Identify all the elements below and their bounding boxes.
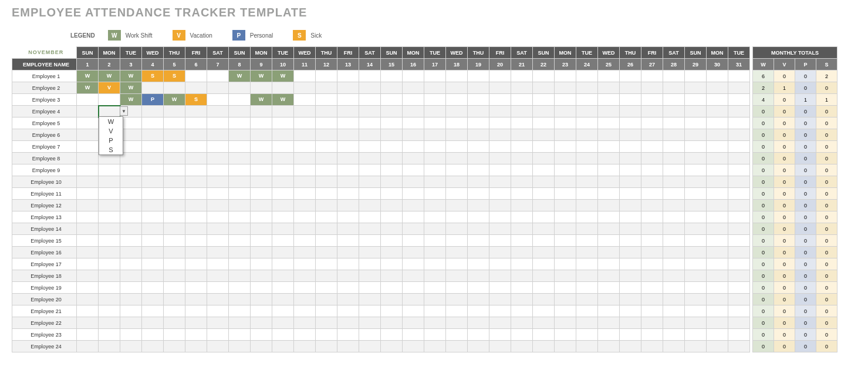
attendance-cell[interactable]	[489, 282, 511, 294]
attendance-cell[interactable]	[489, 176, 511, 188]
attendance-grid[interactable]: NOVEMBERSUNMONTUEWEDTHUFRISATSUNMONTUEWE…	[12, 46, 750, 352]
attendance-cell[interactable]	[164, 247, 185, 258]
attendance-cell[interactable]: W	[120, 70, 142, 82]
attendance-cell[interactable]	[403, 94, 424, 106]
attendance-cell[interactable]	[381, 176, 403, 188]
attendance-cell[interactable]	[337, 317, 359, 329]
attendance-cell[interactable]	[294, 70, 316, 82]
attendance-cell[interactable]	[381, 200, 403, 211]
attendance-cell[interactable]: ▼WVPS	[99, 106, 120, 117]
employee-name-cell[interactable]: Employee 5	[12, 117, 77, 129]
attendance-cell[interactable]	[142, 235, 164, 247]
attendance-cell[interactable]	[598, 329, 620, 341]
attendance-cell[interactable]	[359, 247, 381, 258]
attendance-cell[interactable]	[185, 329, 207, 341]
attendance-cell[interactable]	[77, 282, 99, 294]
attendance-cell[interactable]	[598, 317, 620, 329]
attendance-cell[interactable]	[598, 188, 620, 200]
attendance-cell[interactable]	[663, 188, 685, 200]
employee-name-cell[interactable]: Employee 4	[12, 106, 77, 117]
attendance-cell[interactable]	[707, 141, 728, 153]
attendance-cell[interactable]	[620, 94, 641, 106]
attendance-cell[interactable]	[707, 247, 728, 258]
attendance-cell[interactable]	[251, 188, 272, 200]
attendance-cell[interactable]	[185, 129, 207, 141]
attendance-cell[interactable]	[272, 282, 294, 294]
attendance-cell[interactable]	[359, 270, 381, 282]
attendance-cell[interactable]	[468, 270, 489, 282]
attendance-cell[interactable]	[359, 176, 381, 188]
attendance-cell[interactable]	[229, 211, 251, 223]
attendance-cell[interactable]	[359, 141, 381, 153]
attendance-cell[interactable]	[489, 200, 511, 211]
attendance-cell[interactable]	[576, 70, 598, 82]
attendance-cell[interactable]	[251, 117, 272, 129]
attendance-cell[interactable]	[446, 141, 468, 153]
attendance-cell[interactable]	[359, 129, 381, 141]
attendance-cell[interactable]	[316, 164, 337, 176]
attendance-cell[interactable]	[294, 341, 316, 352]
attendance-cell[interactable]	[424, 117, 446, 129]
attendance-cell[interactable]	[381, 294, 403, 305]
attendance-cell[interactable]	[555, 153, 576, 164]
attendance-cell[interactable]	[533, 258, 555, 270]
attendance-cell[interactable]	[489, 106, 511, 117]
attendance-cell[interactable]	[424, 94, 446, 106]
attendance-cell[interactable]	[337, 188, 359, 200]
attendance-cell[interactable]	[424, 317, 446, 329]
attendance-cell[interactable]	[164, 153, 185, 164]
attendance-cell[interactable]	[576, 305, 598, 317]
attendance-cell[interactable]	[555, 294, 576, 305]
attendance-cell[interactable]	[403, 317, 424, 329]
attendance-cell[interactable]	[337, 164, 359, 176]
attendance-cell[interactable]	[229, 94, 251, 106]
attendance-cell[interactable]	[99, 282, 120, 294]
attendance-cell[interactable]	[142, 117, 164, 129]
attendance-cell[interactable]	[598, 164, 620, 176]
attendance-cell[interactable]	[251, 82, 272, 94]
attendance-cell[interactable]	[316, 153, 337, 164]
attendance-cell[interactable]	[77, 117, 99, 129]
attendance-cell[interactable]	[337, 270, 359, 282]
attendance-cell[interactable]	[620, 117, 641, 129]
attendance-cell[interactable]	[142, 305, 164, 317]
attendance-cell[interactable]	[77, 129, 99, 141]
attendance-cell[interactable]	[663, 141, 685, 153]
attendance-cell[interactable]	[489, 270, 511, 282]
attendance-cell[interactable]	[229, 129, 251, 141]
attendance-cell[interactable]	[576, 211, 598, 223]
attendance-cell[interactable]	[164, 106, 185, 117]
attendance-cell[interactable]	[381, 117, 403, 129]
attendance-cell[interactable]: W	[99, 70, 120, 82]
attendance-cell[interactable]	[511, 94, 533, 106]
attendance-cell[interactable]	[272, 305, 294, 317]
attendance-cell[interactable]	[337, 176, 359, 188]
attendance-cell[interactable]	[142, 153, 164, 164]
attendance-cell[interactable]	[555, 141, 576, 153]
attendance-cell[interactable]	[576, 223, 598, 235]
attendance-cell[interactable]	[446, 164, 468, 176]
attendance-cell[interactable]	[316, 106, 337, 117]
attendance-cell[interactable]	[316, 305, 337, 317]
attendance-cell[interactable]	[77, 329, 99, 341]
attendance-cell[interactable]: S	[164, 70, 185, 82]
attendance-cell[interactable]	[707, 329, 728, 341]
attendance-cell[interactable]	[381, 153, 403, 164]
attendance-cell[interactable]	[728, 258, 750, 270]
attendance-cell[interactable]	[446, 70, 468, 82]
attendance-cell[interactable]	[489, 258, 511, 270]
attendance-cell[interactable]	[403, 294, 424, 305]
attendance-cell[interactable]	[337, 235, 359, 247]
employee-name-cell[interactable]: Employee 8	[12, 153, 77, 164]
attendance-cell[interactable]	[164, 211, 185, 223]
attendance-cell[interactable]	[381, 329, 403, 341]
attendance-cell[interactable]	[555, 82, 576, 94]
attendance-cell[interactable]	[381, 82, 403, 94]
attendance-cell[interactable]	[359, 329, 381, 341]
attendance-cell[interactable]	[316, 294, 337, 305]
attendance-cell[interactable]	[424, 247, 446, 258]
employee-name-cell[interactable]: Employee 10	[12, 176, 77, 188]
attendance-cell[interactable]	[251, 270, 272, 282]
attendance-cell[interactable]	[707, 305, 728, 317]
attendance-cell[interactable]	[511, 247, 533, 258]
